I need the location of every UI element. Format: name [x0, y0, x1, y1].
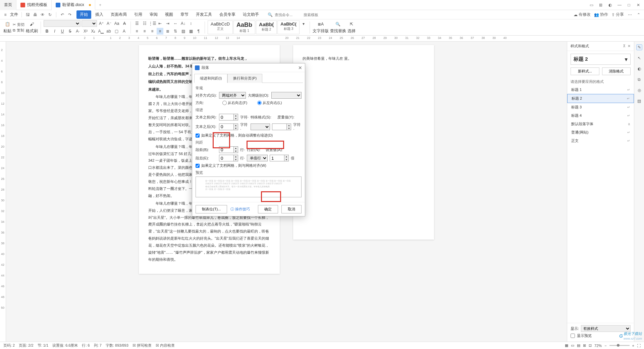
select-button[interactable]: ⇱选择 [347, 21, 356, 34]
before-para-spinner[interactable]: ▲▼ [219, 146, 238, 153]
tool-pencil-icon[interactable]: ✎ [636, 44, 642, 50]
status-pageno[interactable]: 页码: 2 [3, 343, 15, 348]
tab-templates[interactable]: 找稻壳模板 [16, 0, 52, 10]
template-search-input[interactable] [304, 13, 330, 17]
bold-icon[interactable]: B [44, 28, 50, 35]
indent-dec-icon[interactable]: ⇤ [157, 20, 163, 27]
style-h1[interactable]: AaBb标题 1 [233, 20, 255, 34]
cooperate[interactable]: 👥 协作 [594, 12, 608, 17]
maximize-icon[interactable]: □ [626, 2, 632, 8]
shading-icon[interactable]: ▨ [180, 28, 186, 35]
more-icon[interactable]: ⋯ [627, 12, 633, 17]
status-line[interactable]: 行: 6 [82, 343, 90, 348]
grid-indent-checkbox[interactable] [196, 134, 200, 138]
view-page-icon[interactable]: ▦ [565, 343, 568, 348]
minimize-icon[interactable]: — [616, 2, 623, 8]
indent-inc-icon[interactable]: ⇥ [164, 20, 171, 27]
status-words[interactable]: 字数: 893/893 [106, 343, 128, 348]
pane-pin-icon[interactable]: ⊼ [623, 44, 626, 48]
style-item-h4[interactable]: 标题 4↵ [567, 111, 634, 120]
menu-tab-section[interactable]: 章节 [177, 10, 192, 19]
after-para-spinner[interactable]: ▲▼ [219, 155, 238, 161]
share[interactable]: ⇪ 分享 [611, 12, 624, 17]
numbering-icon[interactable]: ☷ [141, 20, 148, 27]
ok-button[interactable]: 确定 [258, 205, 278, 213]
highlight-icon[interactable]: ab [105, 28, 112, 35]
strike-icon[interactable]: S̶ [67, 28, 73, 35]
metric-spinner[interactable]: ▲▼ [272, 123, 291, 130]
menu-tab-dev[interactable]: 开发工具 [193, 10, 215, 19]
before-text-spinner[interactable]: ▲▼ [219, 114, 238, 120]
zoom-in-icon[interactable]: + [632, 344, 634, 348]
style-more-icon[interactable]: ▾ [300, 20, 307, 27]
menu-tab-start[interactable]: 开始 [76, 10, 91, 19]
show-select[interactable]: 有效样式 [581, 325, 631, 332]
clear-format-button[interactable]: 清除格式 [602, 67, 631, 75]
dir-rtl-radio[interactable] [222, 101, 227, 105]
align-justify-icon[interactable]: ≡ [157, 28, 163, 35]
file-menu[interactable]: 文件 [10, 12, 18, 17]
close-icon[interactable]: ✕ [635, 2, 641, 8]
copy-button[interactable]: ⧉ 复制 [13, 28, 24, 33]
fontsize-select[interactable] [82, 20, 97, 27]
dialog-close-icon[interactable]: ✕ [298, 65, 302, 70]
char-shading-icon[interactable]: A [121, 28, 127, 35]
style-item-h2[interactable]: 标题 2↵ [567, 94, 634, 103]
view-read-icon[interactable]: ▭ [571, 343, 574, 348]
zoom-value[interactable]: 72% [594, 344, 602, 348]
cancel-button[interactable]: 取消 [281, 205, 302, 213]
status-pos[interactable]: 设置值: 6.6厘米 [52, 343, 78, 348]
linespacing-select[interactable]: 单倍行距 [247, 155, 268, 161]
char-spacing-icon[interactable]: ↔ [172, 20, 179, 27]
expand-icon[interactable]: ⌃ [636, 12, 641, 17]
menu-tab-ref[interactable]: 引用 [131, 10, 146, 19]
ruler-vertical[interactable]: 2468101214161820222426283032343638404244… [0, 42, 6, 342]
align-select[interactable]: 两端对齐 [219, 92, 246, 99]
shrink-font-icon[interactable]: A⁻ [106, 20, 112, 27]
new-tab-button[interactable]: + [95, 3, 105, 7]
zoom-fit-icon[interactable]: ⊡ [589, 343, 592, 348]
status-section[interactable]: 节: 1/1 [38, 343, 48, 348]
para-marks-icon[interactable]: ¶ [195, 28, 202, 35]
style-normal[interactable]: AaBbCcD正文 [208, 20, 233, 34]
clear-format-icon[interactable]: A̶ [121, 20, 128, 27]
print-icon[interactable]: 🖶 [33, 12, 38, 17]
tool-shapes-icon[interactable]: ◐ [636, 66, 642, 72]
subscript-icon[interactable]: X₂ [90, 28, 97, 35]
view-web-icon[interactable]: ▤ [577, 343, 580, 348]
user-icon[interactable]: ◐ [607, 2, 613, 8]
status-spell[interactable]: ☒ 拼写检查 [132, 343, 152, 348]
grow-font-icon[interactable]: A⁺ [98, 20, 105, 27]
fullscreen-icon[interactable]: ⛶ [637, 344, 641, 348]
style-item-default[interactable]: 默认段落字体a [567, 120, 634, 128]
menu-tab-member[interactable]: 会员专享 [216, 10, 239, 19]
status-content[interactable]: ☒ 内容检查 [156, 343, 175, 348]
style-item-h1[interactable]: 标题 1↵ [567, 86, 634, 94]
redo-icon[interactable]: ↷ [67, 12, 72, 17]
sort-icon[interactable]: ↕ [187, 20, 194, 27]
align-left-icon[interactable]: ≡ [133, 28, 140, 35]
hamburger-icon[interactable]: ≡ [3, 12, 8, 17]
change-case-icon[interactable]: Aa [113, 20, 120, 27]
dir-ltr-radio[interactable] [257, 101, 262, 105]
undo-icon[interactable]: ↶ [60, 12, 65, 17]
style-item-web[interactable]: 普通(网站)↵ [567, 128, 634, 137]
style-item-h3[interactable]: 标题 3↵ [567, 103, 634, 111]
align-right-icon[interactable]: ≡ [149, 28, 156, 35]
line-spacing-icon[interactable]: ⇅ [172, 28, 179, 35]
grid-align-checkbox[interactable] [196, 164, 200, 168]
font-select[interactable] [44, 20, 80, 27]
setvalue-spinner[interactable]: ▲▼ [270, 155, 289, 161]
tips-link[interactable]: ⓘ 操作技巧 [230, 207, 250, 212]
tool-link-icon[interactable]: ⧉ [636, 77, 642, 83]
new-style-button[interactable]: 新样式... [571, 67, 599, 75]
char-border-icon[interactable]: ▢ [113, 28, 120, 35]
find-replace-button[interactable]: 🔍查找替换 [330, 21, 346, 34]
grid-icon[interactable]: ⊞ [598, 2, 604, 8]
pane-close-icon[interactable]: ✕ [628, 44, 631, 48]
ruler-horizontal[interactable]: 2112345678910111213142021222324252627282… [0, 36, 644, 42]
writing-dir-icon[interactable]: A↓ [180, 20, 186, 27]
tool-panel-icon[interactable]: ▤ [636, 98, 642, 104]
zoom-out-icon[interactable]: − [604, 344, 606, 348]
menu-tab-view[interactable]: 视图 [162, 10, 176, 19]
